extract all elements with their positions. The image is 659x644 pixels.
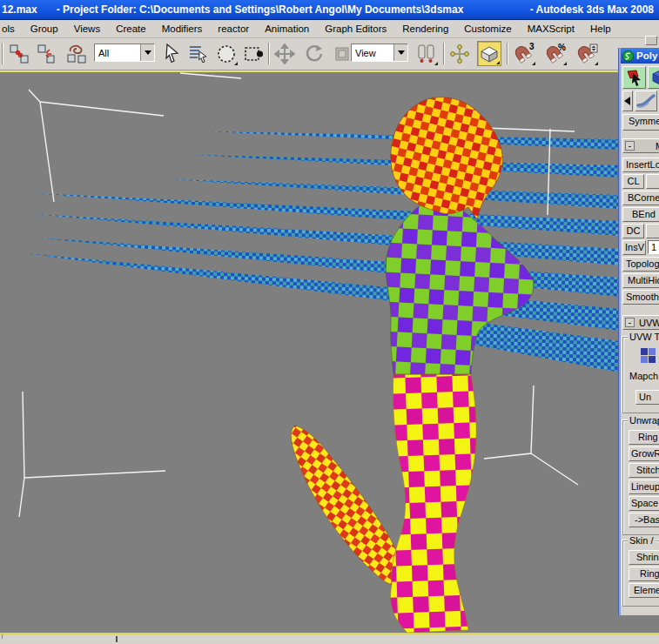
menu-animation[interactable]: Animation <box>257 22 317 36</box>
toolbar-overflow-handle[interactable] <box>645 36 657 45</box>
bcorner-button[interactable]: BCorne <box>622 191 659 205</box>
symmetry-button[interactable]: Symmet <box>622 114 659 131</box>
document-name: 12.max <box>2 3 37 16</box>
snaps-3d-icon <box>478 44 501 64</box>
shrink-button[interactable]: Shrink <box>629 550 659 565</box>
ring-skin-button[interactable]: Ring <box>629 567 659 581</box>
toolbar-divider <box>2 43 3 64</box>
menu-modifiers[interactable]: Modifiers <box>154 22 211 36</box>
menu-graph-editors[interactable]: Graph Editors <box>317 22 394 36</box>
window-crossing-icon <box>244 44 265 64</box>
menu-create[interactable]: Create <box>108 22 154 36</box>
window-crossing-button[interactable] <box>242 41 266 66</box>
poly-cube-tool-button[interactable] <box>648 66 659 89</box>
poly-select-tool-button[interactable] <box>622 66 646 89</box>
selection-filter-value: All <box>95 48 140 58</box>
space-button[interactable]: Space <box>629 496 659 511</box>
toolbar-divider <box>268 43 270 64</box>
main-toolbar: All <box>0 38 659 70</box>
selection-filter-combobox[interactable]: All <box>94 44 155 62</box>
menu-group[interactable]: Group <box>23 22 66 36</box>
use-pivot-center-button[interactable] <box>414 41 439 66</box>
toolbar-divider <box>507 43 508 64</box>
dc-button[interactable]: DC <box>622 224 644 238</box>
bind-space-warp-icon <box>65 43 88 65</box>
smooth-button[interactable]: Smooth <box>622 290 659 305</box>
select-and-move-button[interactable] <box>272 41 297 66</box>
angle-snap-button[interactable]: 3 <box>512 41 536 66</box>
polyboost-title: Poly <box>636 50 657 61</box>
bend-button[interactable]: BEnd <box>622 207 659 222</box>
angle-snap-magnet-icon: 3 <box>513 43 535 65</box>
rollout-uvw-label: UVW <box>639 318 659 328</box>
skin-group-label: Skin / <box>628 535 656 546</box>
growring-button[interactable]: GrowRi <box>629 446 659 461</box>
spinner-snap-magnet-icon <box>575 43 598 65</box>
select-by-name-icon <box>188 44 209 64</box>
select-object-button[interactable] <box>160 41 185 66</box>
reference-coordinate-drop-button[interactable] <box>393 44 407 61</box>
insert-loop-button[interactable]: InsertLo <box>622 158 659 172</box>
select-and-link-icon <box>9 44 30 64</box>
collapse-icon: - <box>625 318 635 327</box>
snaps-toggle-button[interactable] <box>477 41 501 66</box>
brush-stroke-icon <box>636 93 656 109</box>
mapchannel-label: Mapch <box>629 371 658 381</box>
lineup-button[interactable]: Lineup <box>629 480 659 494</box>
rollout-modeling[interactable]: - M <box>622 138 659 153</box>
title-bar: 12.max - Project Folder: C:\Documents an… <box>0 0 659 20</box>
unlink-selection-button[interactable] <box>35 41 59 66</box>
perspective-viewport[interactable] <box>0 70 659 634</box>
reference-coordinate-value: View <box>352 48 393 58</box>
move-icon <box>274 44 295 64</box>
ring-uvw-button[interactable]: Ring <box>629 430 659 445</box>
project-folder-path: - Project Folder: C:\Documents and Setti… <box>57 3 464 16</box>
chevron-down-icon <box>398 50 405 55</box>
selection-filter-drop-button[interactable] <box>140 44 154 61</box>
percent-snap-magnet-icon: % <box>544 43 567 65</box>
b-button[interactable]: B <box>646 174 659 189</box>
time-slider-tick <box>116 636 118 642</box>
use-pivot-center-icon <box>415 44 438 64</box>
menu-reactor[interactable]: reactor <box>210 22 257 36</box>
circular-region-icon <box>216 44 237 64</box>
chevron-left-icon <box>624 97 631 105</box>
poly-brush-tool-button[interactable] <box>635 91 657 111</box>
select-and-link-button[interactable] <box>7 41 31 66</box>
stitch-button[interactable]: Stitch <box>629 463 659 478</box>
viewport-canvas <box>0 72 659 633</box>
poly-prev-page-button[interactable] <box>622 91 633 111</box>
map-channel-icon[interactable] <box>641 348 656 363</box>
menu-customize[interactable]: Customize <box>456 22 519 36</box>
select-and-rotate-button[interactable] <box>302 41 326 66</box>
element-button[interactable]: Elemen <box>629 583 659 598</box>
scale-icon <box>333 44 352 64</box>
select-by-name-button[interactable] <box>186 41 211 66</box>
poly-select-icon <box>625 68 644 87</box>
menu-views[interactable]: Views <box>66 22 108 36</box>
polyboost-title-bar[interactable]: Poly <box>621 48 659 64</box>
unwrap-open-button[interactable]: Un <box>635 390 659 405</box>
topology-button[interactable]: Topolog <box>622 257 659 272</box>
menu-maxscript[interactable]: MAXScript <box>520 22 582 36</box>
multihide-button[interactable]: MultiHid <box>622 273 659 288</box>
menu-rendering[interactable]: Rendering <box>394 22 456 36</box>
application-name: - Autodesk 3ds Max 2008 <box>530 3 654 16</box>
r-button[interactable]: R <box>646 224 659 238</box>
selection-region-button[interactable] <box>214 41 239 66</box>
percent-snap-button[interactable]: % <box>543 41 568 66</box>
insv-button[interactable]: InsV <box>622 240 646 255</box>
time-slider-strip[interactable] <box>0 634 659 644</box>
reference-coordinate-combobox[interactable]: View <box>351 44 408 62</box>
select-and-manipulate-button[interactable] <box>447 41 472 66</box>
insv-value-field[interactable]: 1 <box>648 240 659 254</box>
cl-button[interactable]: CL <box>622 174 644 189</box>
spinner-snap-button[interactable] <box>575 41 599 66</box>
track-notch <box>2 634 3 639</box>
menu-help[interactable]: Help <box>582 22 619 36</box>
bind-to-space-warp-button[interactable] <box>64 41 89 66</box>
rollout-modeling-label: M <box>656 141 659 151</box>
to-base-button[interactable]: ->Bas <box>629 513 659 527</box>
menu-tools[interactable]: ols <box>0 22 23 36</box>
rollout-uvw[interactable]: - UVW <box>622 315 659 330</box>
